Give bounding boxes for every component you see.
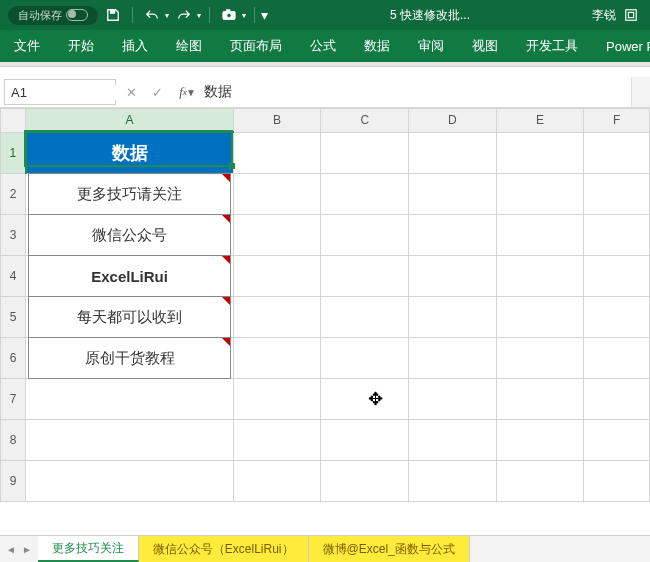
col-header-D[interactable]: D <box>409 109 497 133</box>
user-name[interactable]: 李锐 <box>592 7 616 24</box>
cell-A6[interactable]: 原创干货教程 <box>26 338 233 379</box>
col-header-E[interactable]: E <box>496 109 584 133</box>
tab-view[interactable]: 视图 <box>458 30 512 62</box>
cell-B7[interactable] <box>233 379 321 420</box>
row-header-6[interactable]: 6 <box>1 338 26 379</box>
cell-F9[interactable] <box>584 461 650 502</box>
cell-E7[interactable] <box>496 379 584 420</box>
cell-B9[interactable] <box>233 461 321 502</box>
cell-A4[interactable]: ExcelLiRui <box>26 256 233 297</box>
sheet-area[interactable]: A B C D E F 1 数据 2 更多技巧请关注 <box>0 108 650 535</box>
row-header-9[interactable]: 9 <box>1 461 26 502</box>
cell-B8[interactable] <box>233 420 321 461</box>
formula-bar-expand[interactable] <box>631 77 650 107</box>
tab-draw[interactable]: 绘图 <box>162 30 216 62</box>
cell-B4[interactable] <box>233 256 321 297</box>
worksheet-grid[interactable]: A B C D E F 1 数据 2 更多技巧请关注 <box>0 108 650 502</box>
cell-C6[interactable] <box>321 338 409 379</box>
cell-F3[interactable] <box>584 215 650 256</box>
col-header-B[interactable]: B <box>233 109 321 133</box>
undo-icon[interactable] <box>141 4 163 26</box>
col-header-C[interactable]: C <box>321 109 409 133</box>
cell-F1[interactable] <box>584 132 650 174</box>
row-header-1[interactable]: 1 <box>1 132 26 174</box>
tab-dev[interactable]: 开发工具 <box>512 30 592 62</box>
cell-A3[interactable]: 微信公众号 <box>26 215 233 256</box>
row-header-7[interactable]: 7 <box>1 379 26 420</box>
sheet-tab-1[interactable]: 更多技巧关注 <box>38 536 139 562</box>
cell-F4[interactable] <box>584 256 650 297</box>
row-header-2[interactable]: 2 <box>1 174 26 215</box>
cell-E5[interactable] <box>496 297 584 338</box>
select-all-corner[interactable] <box>1 109 26 133</box>
camera-dropdown[interactable]: ▾ <box>242 11 246 20</box>
redo-dropdown[interactable]: ▾ <box>197 11 201 20</box>
cell-F6[interactable] <box>584 338 650 379</box>
cell-F5[interactable] <box>584 297 650 338</box>
cell-D2[interactable] <box>409 174 497 215</box>
cell-E2[interactable] <box>496 174 584 215</box>
cell-C8[interactable] <box>321 420 409 461</box>
cell-D1[interactable] <box>409 132 497 174</box>
autosave-switch[interactable] <box>66 9 88 21</box>
col-header-A[interactable]: A <box>26 109 233 133</box>
cell-F7[interactable] <box>584 379 650 420</box>
cell-E4[interactable] <box>496 256 584 297</box>
row-header-4[interactable]: 4 <box>1 256 26 297</box>
cell-A8[interactable] <box>26 420 233 461</box>
cell-D3[interactable] <box>409 215 497 256</box>
tab-powerp[interactable]: Power P <box>592 30 650 62</box>
row-header-8[interactable]: 8 <box>1 420 26 461</box>
row-header-5[interactable]: 5 <box>1 297 26 338</box>
row-header-3[interactable]: 3 <box>1 215 26 256</box>
cell-C2[interactable] <box>321 174 409 215</box>
cell-C4[interactable] <box>321 256 409 297</box>
account-icon[interactable] <box>620 4 642 26</box>
qat-customize[interactable]: ▾ <box>261 7 268 23</box>
autosave-toggle[interactable]: 自动保存 <box>8 6 98 25</box>
tab-data[interactable]: 数据 <box>350 30 404 62</box>
cell-B1[interactable] <box>233 132 321 174</box>
cell-C1[interactable] <box>321 132 409 174</box>
tab-insert[interactable]: 插入 <box>108 30 162 62</box>
sheet-scroll-prev-icon[interactable]: ◄ <box>6 544 16 555</box>
cell-E8[interactable] <box>496 420 584 461</box>
undo-dropdown[interactable]: ▾ <box>165 11 169 20</box>
cell-D9[interactable] <box>409 461 497 502</box>
sheet-scroll-next-icon[interactable]: ► <box>22 544 32 555</box>
cell-C7[interactable] <box>321 379 409 420</box>
cell-C5[interactable] <box>321 297 409 338</box>
cell-C9[interactable] <box>321 461 409 502</box>
col-header-F[interactable]: F <box>584 109 650 133</box>
cell-A9[interactable] <box>26 461 233 502</box>
cell-A2[interactable]: 更多技巧请关注 <box>26 174 233 215</box>
cell-A1[interactable]: 数据 <box>26 132 233 174</box>
cell-E3[interactable] <box>496 215 584 256</box>
fx-icon[interactable]: fx <box>170 84 196 100</box>
cell-B6[interactable] <box>233 338 321 379</box>
tab-formula[interactable]: 公式 <box>296 30 350 62</box>
cell-D6[interactable] <box>409 338 497 379</box>
cell-E6[interactable] <box>496 338 584 379</box>
cell-E1[interactable] <box>496 132 584 174</box>
redo-icon[interactable] <box>173 4 195 26</box>
sheet-tab-3[interactable]: 微博@Excel_函数与公式 <box>309 536 470 562</box>
cell-A7[interactable] <box>26 379 233 420</box>
cell-F2[interactable] <box>584 174 650 215</box>
cell-C3[interactable] <box>321 215 409 256</box>
cell-B2[interactable] <box>233 174 321 215</box>
enter-formula-icon[interactable]: ✓ <box>144 85 170 100</box>
tab-file[interactable]: 文件 <box>0 30 54 62</box>
cell-A5[interactable]: 每天都可以收到 <box>26 297 233 338</box>
cell-D4[interactable] <box>409 256 497 297</box>
sheet-tab-2[interactable]: 微信公众号（ExcelLiRui） <box>139 536 309 562</box>
tab-review[interactable]: 审阅 <box>404 30 458 62</box>
cell-F8[interactable] <box>584 420 650 461</box>
tab-layout[interactable]: 页面布局 <box>216 30 296 62</box>
cell-D5[interactable] <box>409 297 497 338</box>
camera-icon[interactable] <box>218 4 240 26</box>
cell-D8[interactable] <box>409 420 497 461</box>
cell-D7[interactable] <box>409 379 497 420</box>
formula-input[interactable] <box>196 77 631 107</box>
cancel-formula-icon[interactable]: ✕ <box>118 85 144 100</box>
